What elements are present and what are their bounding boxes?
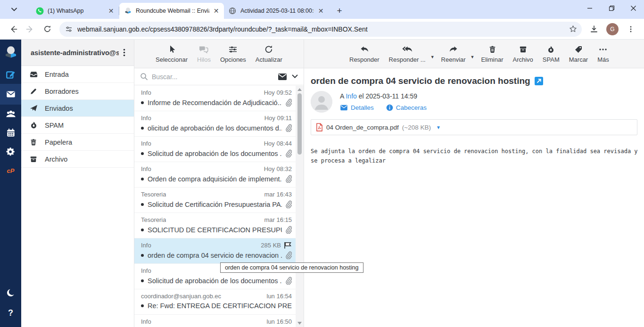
reply-button[interactable]: Responder bbox=[345, 42, 384, 65]
forward-button[interactable]: Reenviar bbox=[437, 42, 471, 65]
tab-actividad[interactable]: Actividad 2025-03-11 08:00:00 ✕ bbox=[224, 3, 329, 19]
window-controls bbox=[579, 0, 644, 16]
account-menu-icon[interactable] bbox=[119, 49, 129, 57]
url-text[interactable]: webmail.sanjuan.gob.ec/cpsess4380978826/… bbox=[77, 25, 569, 33]
tab-close-icon[interactable]: ✕ bbox=[212, 7, 220, 15]
details-link[interactable]: Detalles bbox=[340, 104, 374, 111]
roundcube-icon bbox=[124, 7, 132, 15]
calendar-icon[interactable] bbox=[0, 123, 21, 142]
message-date: lun 16:54 bbox=[267, 293, 292, 300]
flag-icon[interactable] bbox=[284, 242, 292, 249]
tab-roundcube-active[interactable]: Roundcube Webmail :: Enviados ✕ bbox=[119, 3, 224, 19]
forward-button[interactable] bbox=[23, 22, 38, 37]
pencil-icon bbox=[29, 87, 38, 96]
unread-dot[interactable] bbox=[141, 101, 144, 104]
compose-icon[interactable] bbox=[0, 65, 21, 84]
scroll-up-icon[interactable] bbox=[296, 87, 304, 92]
list-toolbar: Seleccionar Hilos Opciones bbox=[134, 40, 304, 68]
mark-button[interactable]: Marcar bbox=[564, 42, 593, 65]
minimize-button[interactable] bbox=[579, 0, 601, 16]
attachment-row[interactable]: 04 Orden_de_compra.pdf (~208 KB) ▼ bbox=[311, 119, 637, 135]
attachment-name[interactable]: 04 Orden_de_compra.pdf bbox=[326, 124, 399, 131]
close-window-button[interactable] bbox=[622, 0, 644, 16]
help-icon[interactable]: ? bbox=[0, 303, 21, 322]
new-tab-button[interactable]: + bbox=[333, 5, 346, 17]
message-list-item[interactable]: Tesoreria mar 16:43 Solicitud de Certifi… bbox=[134, 188, 296, 213]
unread-dot[interactable] bbox=[141, 304, 144, 307]
attachment-icon bbox=[285, 98, 292, 106]
attachment-dropdown-icon[interactable]: ▼ bbox=[436, 125, 441, 130]
cpanel-icon[interactable]: cP bbox=[0, 161, 21, 180]
select-button[interactable]: Seleccionar bbox=[151, 42, 192, 65]
message-sender: Info bbox=[141, 318, 151, 325]
mail-nav-icon[interactable] bbox=[0, 84, 21, 105]
unread-dot[interactable] bbox=[141, 178, 144, 180]
tab-close-icon[interactable]: ✕ bbox=[107, 7, 115, 15]
folder-item-entrada[interactable]: Entrada bbox=[21, 66, 134, 83]
search-options-chevron-icon[interactable] bbox=[292, 74, 298, 79]
message-list-item[interactable]: Info Hoy 09:52 Informe de Recomendación … bbox=[134, 86, 296, 111]
reply-all-button[interactable]: Responder ... bbox=[384, 42, 430, 65]
message-list-item[interactable]: Tesoreria mar 16:15 SOLICITUD DE CERTIFI… bbox=[134, 213, 296, 238]
message-list-item[interactable]: coordinador@sanjuan.gob.ec lun 16:54 Re:… bbox=[134, 289, 296, 315]
contacts-icon[interactable] bbox=[0, 105, 21, 123]
threads-button[interactable]: Hilos bbox=[192, 42, 215, 65]
trash-icon bbox=[488, 44, 497, 55]
scrollbar-thumb[interactable] bbox=[297, 93, 302, 155]
folder-panel: asistente-administrativo@sa... Entrada B… bbox=[21, 40, 134, 327]
recipient-link[interactable]: Info bbox=[346, 92, 356, 100]
restore-button[interactable] bbox=[601, 0, 622, 16]
message-date: lun 16:50 bbox=[267, 318, 292, 325]
reload-button[interactable] bbox=[40, 22, 55, 37]
unread-dot[interactable] bbox=[141, 203, 144, 206]
archive-button[interactable]: Archivo bbox=[508, 42, 538, 65]
bookmark-star-icon[interactable] bbox=[569, 25, 577, 33]
scroll-down-icon[interactable] bbox=[296, 320, 304, 326]
message-date: Hoy 09:11 bbox=[264, 114, 292, 122]
message-date: Hoy 08:32 bbox=[264, 165, 292, 172]
back-button[interactable] bbox=[6, 22, 21, 37]
message-list-item[interactable]: Info Hoy 08:32 Orden de compra adquisici… bbox=[134, 162, 296, 188]
folder-item-papelera[interactable]: Papelera bbox=[21, 134, 134, 151]
tab-whatsapp[interactable]: (1) WhatsApp ✕ bbox=[31, 3, 119, 19]
search-input[interactable] bbox=[152, 73, 278, 81]
folder-item-borradores[interactable]: Borradores bbox=[21, 83, 134, 100]
forward-dropdown-icon[interactable]: ▼ bbox=[471, 48, 477, 59]
globe-icon bbox=[229, 7, 237, 15]
headers-link[interactable]: Cabeceras bbox=[386, 104, 427, 111]
refresh-button[interactable]: Actualizar bbox=[251, 42, 287, 65]
browser-menu-icon[interactable] bbox=[623, 22, 638, 37]
site-settings-icon[interactable] bbox=[65, 25, 73, 33]
more-button[interactable]: Más bbox=[593, 42, 614, 65]
list-scrollbar[interactable] bbox=[296, 86, 304, 327]
unread-dot[interactable] bbox=[141, 152, 144, 155]
open-in-new-window-icon[interactable] bbox=[535, 77, 543, 85]
message-subject: Solicitud de Certificación Presupuestari… bbox=[148, 201, 282, 208]
message-list-item[interactable]: Info Hoy 08:44 Solicitud de aprobación d… bbox=[134, 137, 296, 162]
message-list-item[interactable]: Info 285 KB orden de compra 04 servicio … bbox=[134, 238, 296, 264]
spam-button[interactable]: SPAM bbox=[538, 42, 564, 65]
search-scope-mail-icon[interactable] bbox=[278, 73, 287, 81]
message-sender: Info bbox=[141, 267, 151, 274]
browser-profile-avatar[interactable]: G bbox=[606, 23, 619, 35]
delete-button[interactable]: Eliminar bbox=[477, 42, 508, 65]
tab-title: Roundcube Webmail :: Enviados bbox=[136, 8, 209, 14]
address-bar[interactable]: webmail.sanjuan.gob.ec/cpsess4380978826/… bbox=[59, 22, 582, 37]
unread-dot[interactable] bbox=[141, 279, 144, 282]
unread-dot[interactable] bbox=[141, 127, 144, 130]
folder-item-archivo[interactable]: Archivo bbox=[21, 151, 134, 168]
message-list-item[interactable]: Info Hoy 09:11 olicitud de aprobación de… bbox=[134, 111, 296, 137]
downloads-icon[interactable] bbox=[586, 22, 602, 37]
tab-search-chevron-icon[interactable] bbox=[8, 5, 20, 14]
account-email: asistente-administrativo@sa... bbox=[31, 49, 119, 57]
settings-gear-icon[interactable] bbox=[0, 142, 21, 161]
reply-all-dropdown-icon[interactable]: ▼ bbox=[430, 48, 437, 59]
dark-mode-moon-icon[interactable] bbox=[0, 284, 21, 302]
unread-dot[interactable] bbox=[141, 254, 144, 257]
unread-dot[interactable] bbox=[141, 229, 144, 231]
options-button[interactable]: Opciones bbox=[215, 42, 251, 65]
message-list-item[interactable]: Info lun 16:50 bbox=[134, 315, 296, 327]
folder-item-enviados[interactable]: Enviados bbox=[21, 100, 134, 117]
tab-close-icon[interactable]: ✕ bbox=[317, 7, 325, 15]
folder-item-spam[interactable]: SPAM bbox=[21, 117, 134, 134]
